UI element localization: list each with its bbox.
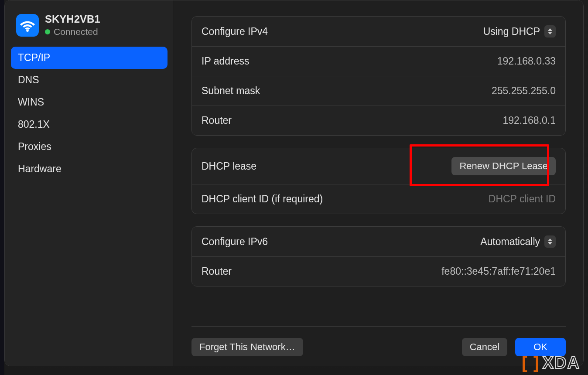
row-router-ipv6: Router fe80::3e45:7aff:fe71:20e1 [192,257,565,286]
renew-dhcp-lease-button[interactable]: Renew DHCP Lease [451,157,556,175]
row-subnet-mask: Subnet mask 255.255.255.0 [192,76,565,106]
label-configure-ipv4: Configure IPv4 [202,26,268,38]
ipv6-group: Configure IPv6 Automatically Router fe80… [191,226,566,286]
wifi-icon [16,14,39,37]
select-configure-ipv4-value: Using DHCP [483,26,540,38]
value-router-ipv4: 192.168.0.1 [503,115,556,126]
label-configure-ipv6: Configure IPv6 [202,236,268,248]
cancel-button[interactable]: Cancel [462,338,507,356]
label-router-ipv6: Router [202,266,232,277]
network-header: SKYH2VB1 Connected [11,11,168,42]
watermark: [ ] XDA [522,354,580,372]
network-settings-dialog: SKYH2VB1 Connected TCP/IP DNS WINS 802.1… [4,0,584,366]
main-content: Configure IPv4 Using DHCP IP address 192… [174,0,583,366]
label-router-ipv4: Router [202,115,232,126]
network-info: SKYH2VB1 Connected [45,14,100,37]
network-status: Connected [45,27,100,37]
updown-icon [544,235,556,248]
sidebar-item-hardware[interactable]: Hardware [11,158,168,180]
label-dhcp-client-id: DHCP client ID (if required) [202,193,323,205]
label-dhcp-lease: DHCP lease [202,160,256,172]
input-dhcp-client-id[interactable]: DHCP client ID [489,193,556,205]
row-configure-ipv6: Configure IPv6 Automatically [192,227,565,257]
select-configure-ipv4[interactable]: Using DHCP [483,25,556,38]
watermark-bracket-icon: [ ] [522,354,540,372]
value-router-ipv6: fe80::3e45:7aff:fe71:20e1 [441,266,556,277]
sidebar-item-8021x[interactable]: 802.1X [11,113,168,136]
network-name: SKYH2VB1 [45,14,100,25]
sidebar-nav: TCP/IP DNS WINS 802.1X Proxies Hardware [11,47,168,180]
select-configure-ipv6[interactable]: Automatically [480,235,556,248]
row-ip-address: IP address 192.168.0.33 [192,47,565,76]
ipv4-group: Configure IPv4 Using DHCP IP address 192… [191,16,566,136]
sidebar-item-tcpip[interactable]: TCP/IP [11,47,168,69]
app-frame: SKYH2VB1 Connected TCP/IP DNS WINS 802.1… [0,0,588,375]
label-ip-address: IP address [202,55,250,67]
row-configure-ipv4: Configure IPv4 Using DHCP [192,17,565,47]
dialog-footer: Forget This Network… Cancel OK [191,326,566,356]
dhcp-group: DHCP lease Renew DHCP Lease DHCP client … [191,148,566,214]
value-ip-address: 192.168.0.33 [497,55,556,67]
background-edge [0,0,4,375]
sidebar-item-proxies[interactable]: Proxies [11,136,168,158]
select-configure-ipv6-value: Automatically [480,236,540,248]
forget-network-button[interactable]: Forget This Network… [191,338,303,356]
status-text: Connected [54,27,98,37]
row-dhcp-client-id[interactable]: DHCP client ID (if required) DHCP client… [192,184,565,214]
watermark-text: XDA [543,354,580,372]
row-router-ipv4: Router 192.168.0.1 [192,106,565,135]
sidebar: SKYH2VB1 Connected TCP/IP DNS WINS 802.1… [5,0,174,366]
updown-icon [544,25,556,38]
sidebar-item-dns[interactable]: DNS [11,69,168,91]
status-indicator-icon [45,29,50,34]
sidebar-item-wins[interactable]: WINS [11,91,168,113]
label-subnet-mask: Subnet mask [202,85,260,97]
row-dhcp-lease: DHCP lease Renew DHCP Lease [192,148,565,184]
value-subnet-mask: 255.255.255.0 [492,85,556,97]
